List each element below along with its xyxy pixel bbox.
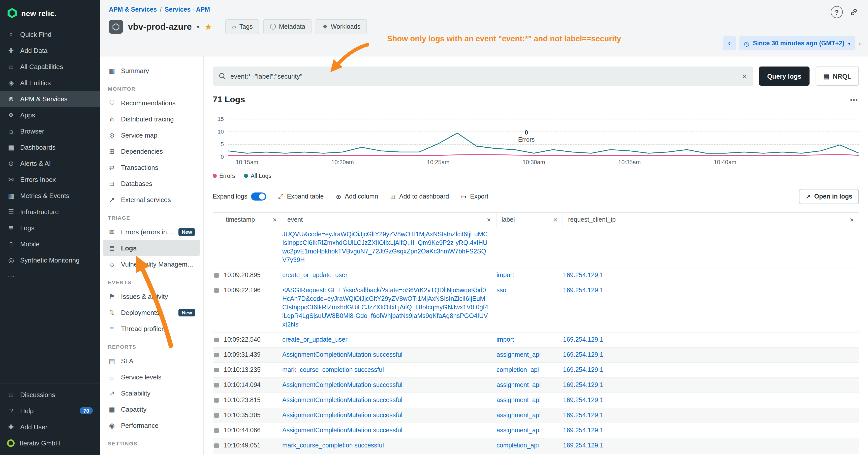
ip-link[interactable]: 169.254.129.1 bbox=[563, 271, 603, 279]
subnav-item-external-services[interactable]: ↗External services bbox=[103, 192, 200, 207]
table-row[interactable]: 10:09:20.895 create_or_update_user impor… bbox=[213, 268, 859, 283]
sidebar-item-all-capabilities[interactable]: ⊞All Capabilities bbox=[0, 59, 100, 74]
row-checkbox[interactable] bbox=[213, 442, 224, 448]
subnav-item-scalability[interactable]: ↗Scalability bbox=[103, 385, 200, 401]
label-link[interactable]: assignment_api bbox=[496, 396, 540, 403]
event-link[interactable]: mark_course_completion successful bbox=[282, 442, 384, 449]
column-header-timestamp[interactable]: timestamp× bbox=[213, 213, 282, 227]
sidebar-item-logs[interactable]: ≣Logs bbox=[0, 220, 100, 236]
sidebar-item-apm-services[interactable]: ⊚APM & Services bbox=[0, 91, 100, 107]
subnav-item-deployments[interactable]: ⇅DeploymentsNew bbox=[103, 304, 200, 321]
subnav-item-capacity[interactable]: ▦Capacity bbox=[103, 401, 200, 417]
more-menu-icon[interactable]: ⋯ bbox=[850, 95, 859, 104]
toggle-on-icon[interactable] bbox=[251, 193, 266, 200]
subnav-item-sla[interactable]: ▤SLA bbox=[103, 353, 200, 369]
row-checkbox[interactable] bbox=[213, 271, 224, 278]
event-link[interactable]: AssignmentCompletionMutation successful bbox=[282, 382, 403, 389]
sidebar-item-mobile[interactable]: ▯Mobile bbox=[0, 236, 100, 252]
chart-plot-area[interactable]: 0 Errors 10:15am10:20am10:25am10:30am10:… bbox=[228, 119, 859, 157]
chevron-down-icon[interactable]: ▾ bbox=[197, 24, 199, 30]
sidebar-item-discussions[interactable]: ⊡Discussions bbox=[0, 387, 100, 402]
label-link[interactable]: sso bbox=[496, 287, 506, 294]
label-link[interactable]: assignment_api bbox=[496, 412, 540, 419]
table-row[interactable]: 10:11:00.311 AssignmentCompletionMutatio… bbox=[213, 454, 859, 455]
query-box[interactable]: × bbox=[213, 66, 753, 86]
query-logs-button[interactable]: Query logs bbox=[759, 66, 809, 86]
ip-link[interactable]: 169.254.129.1 bbox=[563, 396, 603, 403]
ip-link[interactable]: 169.254.129.1 bbox=[563, 366, 603, 373]
close-icon[interactable]: × bbox=[485, 216, 493, 224]
sidebar-item-metrics-events[interactable]: ▥Metrics & Events bbox=[0, 188, 100, 203]
metadata-button[interactable]: ⓘMetadata bbox=[264, 19, 312, 34]
ip-link[interactable]: 169.254.129.1 bbox=[563, 442, 603, 449]
table-row[interactable]: JUQVU&code=eyJraWQiOiJjcGltY29yZV8wOTl1M… bbox=[213, 227, 859, 268]
subnav-item-thread-profiler[interactable]: ≡Thread profiler bbox=[103, 321, 200, 336]
sidebar-item-dashboards[interactable]: ▦Dashboards bbox=[0, 139, 100, 155]
subnav-item-recommendations[interactable]: ♡Recommendations bbox=[103, 95, 200, 111]
event-link[interactable]: JUQVU&code=eyJraWQiOiJjcGltY29yZV8wOTl1M… bbox=[282, 231, 488, 263]
table-row[interactable]: 10:10:13.235 mark_course_completion succ… bbox=[213, 363, 859, 378]
breadcrumb-link-apm[interactable]: APM & Services bbox=[109, 6, 157, 13]
event-link[interactable]: AssignmentCompletionMutation successful bbox=[282, 427, 403, 434]
subnav-item-logs[interactable]: ≣Logs bbox=[103, 240, 200, 256]
link-icon[interactable] bbox=[848, 6, 860, 18]
subnav-item-databases[interactable]: ⊟Databases bbox=[103, 175, 200, 192]
row-checkbox[interactable] bbox=[213, 351, 224, 357]
subnav-item-distributed-tracing[interactable]: ⋔Distributed tracing bbox=[103, 111, 200, 127]
ip-link[interactable]: 169.254.129.1 bbox=[563, 336, 603, 343]
subnav-item-dependencies[interactable]: ⊞Dependencies bbox=[103, 143, 200, 159]
ip-link[interactable]: 169.254.129.1 bbox=[563, 287, 603, 294]
table-row[interactable]: 10:10:44.066 AssignmentCompletionMutatio… bbox=[213, 423, 859, 438]
table-row[interactable]: 10:10:23.815 AssignmentCompletionMutatio… bbox=[213, 393, 859, 408]
event-link[interactable]: AssignmentCompletionMutation successful bbox=[282, 351, 403, 358]
event-link[interactable]: AssignmentCompletionMutation successful bbox=[282, 412, 403, 419]
row-checkbox[interactable] bbox=[213, 366, 224, 372]
sidebar-item-browser[interactable]: ⌂Browser bbox=[0, 123, 100, 139]
table-row[interactable]: 10:10:35.305 AssignmentCompletionMutatio… bbox=[213, 408, 859, 423]
subnav-item-transactions[interactable]: ⇄Transactions bbox=[103, 159, 200, 175]
sidebar-more-menu[interactable]: ⋯ bbox=[0, 268, 100, 284]
ip-link[interactable]: 169.254.129.1 bbox=[563, 412, 603, 419]
query-input[interactable] bbox=[230, 72, 738, 80]
label-link[interactable]: completion_api bbox=[496, 366, 539, 373]
add-to-dashboard-button[interactable]: ⊞Add to dashboard bbox=[390, 193, 449, 200]
label-link[interactable]: assignment_api bbox=[496, 382, 540, 389]
sidebar-item-synthetic-monitoring[interactable]: ◎Synthetic Monitoring bbox=[0, 252, 100, 268]
subnav-item-vulnerability-management[interactable]: ◇Vulnerability Management bbox=[103, 256, 200, 272]
event-link[interactable]: create_or_update_user bbox=[282, 336, 347, 343]
label-link[interactable]: assignment_api bbox=[496, 427, 540, 434]
ip-link[interactable]: 169.254.129.1 bbox=[563, 351, 603, 358]
row-checkbox[interactable] bbox=[213, 426, 224, 433]
row-checkbox[interactable] bbox=[213, 286, 224, 293]
event-link[interactable]: AssignmentCompletionMutation successful bbox=[282, 396, 403, 403]
sidebar-item-quick-find[interactable]: ⌕Quick Find bbox=[0, 26, 100, 42]
time-next-button[interactable]: › bbox=[859, 39, 861, 47]
time-range-button[interactable]: ◷ Since 30 minutes ago (GMT+2) ▾ bbox=[739, 36, 856, 51]
nrql-button[interactable]: ▤NRQL bbox=[815, 66, 859, 86]
expand-logs-toggle[interactable]: Expand logs bbox=[213, 193, 266, 200]
sidebar-item-alerts-ai[interactable]: ⊙Alerts & AI bbox=[0, 155, 100, 171]
table-row[interactable]: 10:09:22.196 <ASGIRequest: GET '/sso/cal… bbox=[213, 283, 859, 332]
table-row[interactable]: 10:10:14.094 AssignmentCompletionMutatio… bbox=[213, 378, 859, 393]
column-header-label[interactable]: label× bbox=[496, 213, 563, 227]
event-link[interactable]: <ASGIRequest: GET '/sso/callback/?state=… bbox=[282, 287, 488, 328]
sidebar-item-help[interactable]: ?Help70 bbox=[0, 402, 100, 419]
close-icon[interactable]: × bbox=[271, 216, 279, 224]
workloads-button[interactable]: ❖Workloads bbox=[316, 19, 367, 34]
favorite-star-icon[interactable]: ★ bbox=[205, 22, 212, 32]
subnav-item-service-levels[interactable]: ☰Service levels bbox=[103, 369, 200, 385]
table-row[interactable]: 10:10:49.051 mark_course_completion succ… bbox=[213, 438, 859, 454]
sidebar-item-add-data[interactable]: ✚Add Data bbox=[0, 42, 100, 59]
sidebar-item-errors-inbox[interactable]: ✉Errors Inbox bbox=[0, 171, 100, 188]
time-prev-button[interactable]: ‹ bbox=[722, 36, 736, 51]
table-row[interactable]: 10:09:31.439 AssignmentCompletionMutatio… bbox=[213, 348, 859, 363]
event-link[interactable]: mark_course_completion successful bbox=[282, 366, 384, 373]
label-link[interactable]: assignment_api bbox=[496, 351, 540, 358]
legend-item-all-logs[interactable]: All Logs bbox=[244, 173, 272, 179]
subnav-item-issues-activity[interactable]: ⚑Issues & activity bbox=[103, 288, 200, 304]
row-checkbox[interactable] bbox=[213, 381, 224, 388]
close-icon[interactable]: × bbox=[552, 216, 559, 224]
sidebar-item-add-user[interactable]: ✚Add User bbox=[0, 419, 100, 435]
subnav-item-performance[interactable]: ◉Performance bbox=[103, 417, 200, 433]
subnav-item-errors-inbox[interactable]: ✉Errors (errors inb...New bbox=[103, 224, 200, 240]
